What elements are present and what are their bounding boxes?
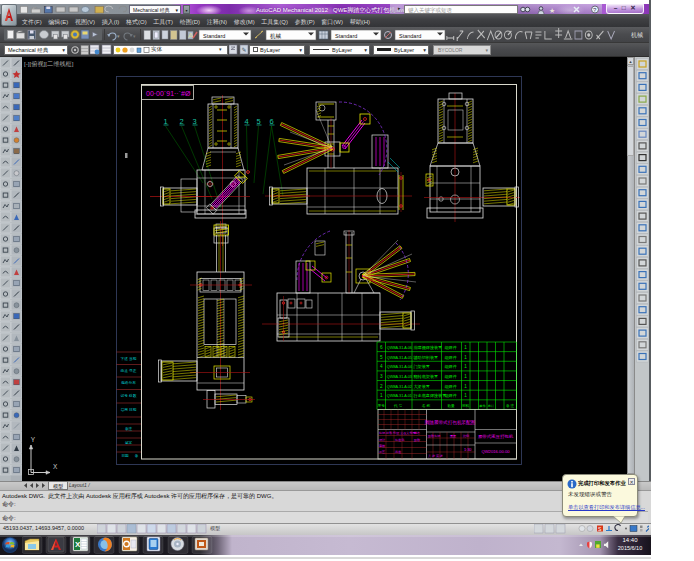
- svg-text:单件: 单件: [479, 404, 486, 408]
- svg-text:行走底盘焊接装置: 行走底盘焊接装置: [413, 393, 447, 398]
- svg-text:Standard: Standard: [399, 33, 421, 39]
- svg-text:▾: ▾: [117, 33, 120, 39]
- svg-text:备注: 备注: [125, 426, 133, 431]
- svg-text:QWBA.31.A.06: QWBA.31.A.06: [387, 346, 412, 350]
- svg-text:辅助切割装置: 辅助切割装置: [414, 355, 439, 361]
- svg-text:共 张 第 张: 共 张 第 张: [428, 454, 443, 458]
- svg-text:6: 6: [380, 345, 383, 350]
- svg-text:审核: 审核: [379, 444, 385, 448]
- svg-text:备 注: 备 注: [506, 403, 515, 408]
- svg-text:▾: ▾: [133, 33, 136, 39]
- svg-text:下述 当期: 下述 当期: [121, 356, 137, 361]
- svg-text:1: 1: [464, 384, 467, 389]
- svg-text:Standard: Standard: [203, 33, 225, 39]
- svg-text:[-][俯视][二维线框]: [-][俯视][二维线框]: [24, 60, 74, 68]
- svg-text:1: 1: [464, 345, 467, 350]
- svg-text:组焊件: 组焊件: [445, 355, 457, 360]
- svg-text:1: 1: [464, 374, 467, 379]
- svg-text:名 称: 名 称: [422, 403, 431, 408]
- svg-text:A: A: [188, 31, 194, 40]
- svg-text:材料: 材料: [462, 404, 470, 408]
- svg-text:日期: 日期: [121, 454, 129, 458]
- svg-text:备: 备: [135, 454, 139, 458]
- svg-text:QWBA.31.A.02: QWBA.31.A.02: [387, 385, 412, 389]
- svg-text:4: 4: [380, 364, 383, 369]
- svg-text:QWBA.31.A.03: QWBA.31.A.03: [387, 375, 412, 379]
- svg-text:由途 寻左: 由途 寻左: [121, 368, 137, 373]
- svg-text:Standard: Standard: [335, 33, 357, 39]
- svg-text:门架装置: 门架装置: [414, 364, 430, 369]
- svg-text:履带式液压打包机: 履带式液压打包机: [478, 434, 514, 440]
- svg-text:标准化: 标准化: [394, 438, 405, 442]
- svg-text:比例: 比例: [463, 434, 469, 438]
- svg-text:✎: ✎: [242, 47, 247, 53]
- svg-text:电路分布: 电路分布: [121, 380, 136, 385]
- svg-text:签名: 签名: [414, 431, 420, 435]
- svg-text:Y: Y: [31, 436, 36, 443]
- svg-text:3: 3: [380, 374, 383, 379]
- svg-text:启用 日期: 启用 日期: [121, 407, 137, 412]
- svg-text:阶段标记: 阶段标记: [428, 434, 440, 438]
- svg-text:QWBA.31.A.05: QWBA.31.A.05: [387, 356, 412, 360]
- svg-text:总计: 总计: [487, 404, 495, 408]
- svg-text:1: 1: [464, 364, 467, 369]
- svg-text:组焊件: 组焊件: [445, 384, 457, 389]
- svg-text:记号 处数: 记号 处数: [121, 393, 137, 398]
- svg-text:工艺: 工艺: [379, 450, 385, 454]
- svg-text:1: 1: [464, 393, 467, 398]
- svg-text:QWBA.31.A.04: QWBA.31.A.04: [387, 365, 412, 369]
- svg-text:00·00´91··´#Ø: 00·00´91··´#Ø: [146, 90, 191, 97]
- svg-text:大梁装置: 大梁装置: [414, 384, 430, 389]
- svg-text:组焊件: 组焊件: [445, 374, 457, 379]
- svg-text:设计: 设计: [379, 438, 386, 442]
- svg-text:5: 5: [380, 355, 383, 360]
- svg-text:1: 1: [380, 393, 383, 398]
- svg-text:代 号: 代 号: [394, 404, 403, 408]
- svg-text:标记 处数 分区 更改文件号: 标记 处数 分区 更改文件号: [378, 431, 416, 435]
- svg-text:X: X: [53, 463, 58, 470]
- svg-text:批准: 批准: [395, 450, 401, 454]
- svg-text:1:30: 1:30: [464, 448, 471, 452]
- svg-text:组焊件: 组焊件: [445, 364, 457, 369]
- svg-text:排障栅焊接装置: 排障栅焊接装置: [414, 345, 443, 350]
- svg-text:QWBA.31.A.01: QWBA.31.A.01: [387, 394, 412, 398]
- svg-text:X: X: [75, 540, 81, 549]
- svg-text:1: 1: [464, 355, 467, 360]
- svg-text:序号: 序号: [378, 403, 386, 408]
- svg-text:组焊件: 组焊件: [445, 345, 457, 350]
- svg-text:脚踏履带式打包机装配图: 脚踏履带式打包机装配图: [425, 419, 476, 426]
- svg-text:数量: 数量: [447, 404, 455, 408]
- svg-text:重量: 重量: [450, 434, 456, 438]
- svg-text:组焊件: 组焊件: [445, 393, 457, 398]
- svg-text:QW2016.00.00: QW2016.00.00: [481, 449, 510, 454]
- svg-text:2: 2: [380, 384, 383, 389]
- svg-text:机械: 机械: [270, 33, 282, 40]
- svg-text:翻转底架装置: 翻转底架装置: [414, 374, 439, 379]
- svg-text:★: ★: [549, 7, 555, 14]
- svg-text:签字: 签字: [125, 440, 133, 445]
- svg-text:阶段: 阶段: [414, 438, 420, 442]
